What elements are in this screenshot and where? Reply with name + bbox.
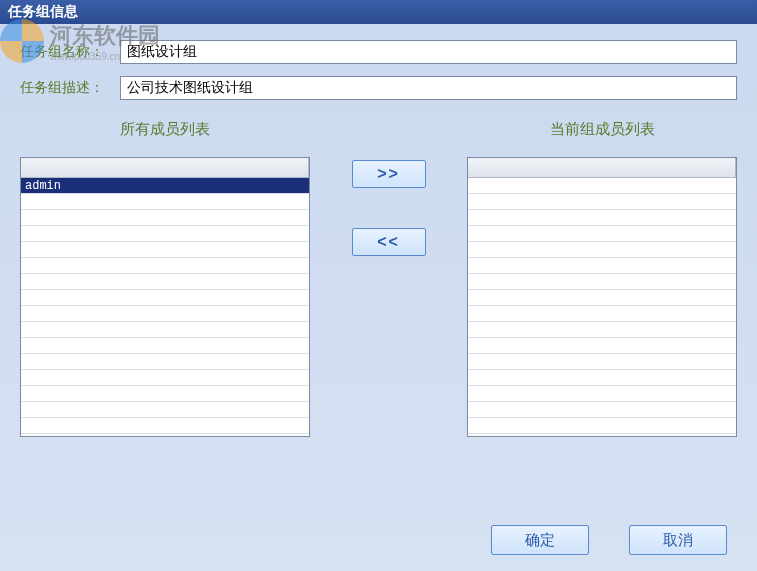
list-item-empty — [21, 386, 309, 402]
listbox-header — [21, 158, 309, 178]
list-item-empty — [468, 322, 736, 338]
list-item[interactable]: admin — [21, 178, 309, 194]
list-item-empty — [21, 290, 309, 306]
list-item-empty — [21, 418, 309, 434]
window-title: 任务组信息 — [8, 3, 78, 21]
listbox-header-col — [21, 158, 309, 177]
listbox-header-col — [468, 158, 736, 177]
list-item-empty — [21, 194, 309, 210]
current-members-listbox[interactable] — [467, 157, 737, 437]
dialog-body: 任务组名称： 任务组描述： 所有成员列表 admin — [0, 24, 757, 571]
name-label: 任务组名称： — [20, 43, 120, 61]
cancel-button[interactable]: 取消 — [629, 525, 727, 555]
lists-area: 所有成员列表 admin — [20, 120, 737, 437]
list-item-empty — [468, 274, 736, 290]
desc-label: 任务组描述： — [20, 79, 120, 97]
list-item-empty — [21, 402, 309, 418]
list-item-empty — [21, 322, 309, 338]
list-item-empty — [468, 194, 736, 210]
dialog-buttons: 确定 取消 — [491, 525, 727, 555]
list-item-empty — [21, 274, 309, 290]
list-item-empty — [468, 242, 736, 258]
form-row-name: 任务组名称： — [20, 40, 737, 64]
list-item-empty — [468, 178, 736, 194]
list-item-empty — [468, 210, 736, 226]
list-item-empty — [468, 402, 736, 418]
list-item-empty — [468, 418, 736, 434]
list-item-empty — [468, 386, 736, 402]
list-item-empty — [468, 306, 736, 322]
current-members-title: 当前组成员列表 — [550, 120, 655, 139]
list-item-empty — [21, 226, 309, 242]
list-item-empty — [468, 226, 736, 242]
form-row-desc: 任务组描述： — [20, 76, 737, 100]
current-members-column: 当前组成员列表 — [467, 120, 737, 437]
titlebar: 任务组信息 — [0, 0, 757, 24]
list-item-empty — [21, 258, 309, 274]
all-members-column: 所有成员列表 admin — [20, 120, 310, 437]
list-item-empty — [468, 258, 736, 274]
list-item-empty — [21, 338, 309, 354]
ok-button[interactable]: 确定 — [491, 525, 589, 555]
all-members-body: admin — [21, 178, 309, 437]
desc-input[interactable] — [120, 76, 737, 100]
list-item-empty — [21, 354, 309, 370]
all-members-title: 所有成员列表 — [120, 120, 210, 139]
list-item-empty — [468, 290, 736, 306]
all-members-listbox[interactable]: admin — [20, 157, 310, 437]
list-item-empty — [468, 338, 736, 354]
list-item-empty — [468, 354, 736, 370]
chevron-right-icon: >> — [377, 165, 400, 183]
transfer-buttons: >> << — [310, 120, 467, 256]
list-item-empty — [21, 210, 309, 226]
list-item-empty — [21, 370, 309, 386]
name-input[interactable] — [120, 40, 737, 64]
add-member-button[interactable]: >> — [352, 160, 426, 188]
current-members-body — [468, 178, 736, 437]
listbox-header — [468, 158, 736, 178]
remove-member-button[interactable]: << — [352, 228, 426, 256]
chevron-left-icon: << — [377, 233, 400, 251]
list-item-empty — [468, 370, 736, 386]
list-item-empty — [21, 306, 309, 322]
list-item-empty — [21, 242, 309, 258]
